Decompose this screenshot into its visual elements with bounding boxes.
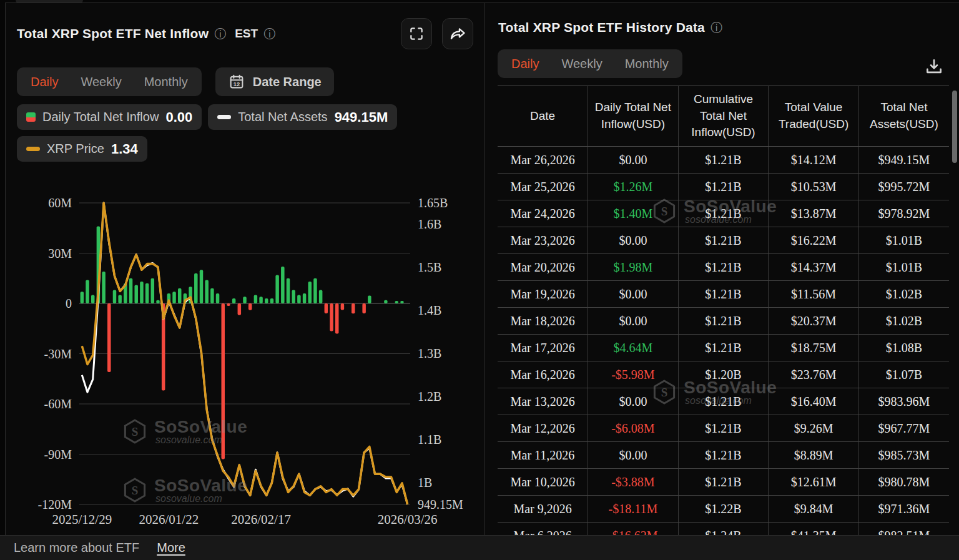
net-assets-cell: $949.15M [858,147,949,174]
history-tab-daily[interactable]: Daily [511,57,539,71]
svg-text:-120M: -120M [38,498,72,511]
legend-net-inflow[interactable]: Daily Total Net Inflow 0.00 [17,104,202,130]
daily-inflow-cell: $1.98M [588,254,679,281]
daily-inflow-cell: $1.40M [588,200,679,227]
history-data-panel: Total XRP Spot ETF History Data ⓘ Daily … [485,3,959,535]
history-table-body: Mar 26,2026$0.00$1.21B$14.12M$949.15MMar… [498,147,949,536]
daily-inflow-cell: -$16.62M [588,523,679,536]
table-row: Mar 11,2026$0.00$1.21B$8.89M$985.73M [498,442,949,469]
net-inflow-bar-icon [26,112,36,122]
xrp-price-line-icon [26,147,40,151]
history-info-icon[interactable]: ⓘ [711,22,722,34]
date-cell: Mar 17,2026 [498,335,588,361]
history-tab-monthly[interactable]: Monthly [625,57,669,71]
daily-inflow-cell: -$3.88M [588,469,679,496]
cumulative-inflow-cell: $1.21B [678,442,769,469]
date-cell: Mar 9,2026 [498,496,588,523]
daily-inflow-cell: -$18.11M [588,496,679,523]
date-cell: Mar 11,2026 [498,442,588,469]
net-inflow-title: Total XRP Spot ETF Net Inflow [17,26,209,41]
history-tab-weekly[interactable]: Weekly [561,57,602,71]
legend-xrp-price[interactable]: XRP Price 1.34 [17,136,147,162]
date-cell: Mar 25,2026 [498,174,588,200]
chart-controls: Daily Weekly Monthly 12 Date Range [17,67,334,96]
svg-text:30M: 30M [48,247,72,260]
cumulative-inflow-cell: $1.21B [678,388,769,415]
chart-legend: Daily Total Net Inflow 0.00 Total Net As… [17,104,469,162]
download-icon [923,56,945,77]
table-row: Mar 26,2026$0.00$1.21B$14.12M$949.15M [498,147,949,174]
date-range-button[interactable]: 12 Date Range [215,67,334,96]
net-inflow-chart[interactable]: 60M30M0-30M-60M-90M-120M1.65B1.6B1.5B1.4… [6,187,485,532]
footer-more-link[interactable]: More [157,541,185,555]
share-icon [449,25,466,42]
net-assets-cell: $971.36M [858,496,949,523]
date-cell: Mar 12,2026 [498,415,588,442]
cumulative-inflow-cell: $1.21B [678,147,769,174]
table-scrollbar-thumb[interactable] [952,91,957,163]
legend-net-assets[interactable]: Total Net Assets 949.15M [208,104,397,130]
daily-inflow-cell: $0.00 [588,442,679,469]
fullscreen-button[interactable] [401,18,432,49]
svg-text:1.1B: 1.1B [418,433,441,446]
history-title: Total XRP Spot ETF History Data [498,20,705,35]
svg-text:1.6B: 1.6B [418,217,441,231]
download-button[interactable] [922,54,947,79]
net-assets-cell: $982.51M [858,523,949,536]
net-assets-cell: $1.01B [858,227,949,254]
tab-daily[interactable]: Daily [31,75,58,89]
history-table-head-row: DateDaily Total Net Inflow(USD)Cumulativ… [498,86,949,147]
share-button[interactable] [442,18,473,49]
table-row: Mar 25,2026$1.26M$1.21B$10.53M$995.72M [498,174,949,200]
cumulative-inflow-cell: $1.21B [678,335,769,361]
net-assets-cell: $978.92M [858,200,949,227]
fullscreen-icon [408,26,425,42]
history-table[interactable]: DateDaily Total Net Inflow(USD)Cumulativ… [498,86,949,535]
cumulative-inflow-cell: $1.21B [678,227,769,254]
history-frequency-tabs: Daily Weekly Monthly [498,49,682,78]
cumulative-inflow-cell: $1.21B [678,415,769,442]
net-assets-cell: $983.96M [858,388,949,415]
timezone-label: EST [235,27,258,41]
timezone-info-icon[interactable]: ⓘ [263,28,275,40]
svg-text:-30M: -30M [44,347,72,361]
net-inflow-panel: Total XRP Spot ETF Net Inflow ⓘ EST ⓘ [6,3,485,535]
svg-text:0: 0 [66,297,72,310]
net-assets-cell: $1.07B [858,361,949,388]
date-cell: Mar 20,2026 [498,254,588,281]
table-row: Mar 6,2026-$16.62M$1.24B$41.35M$982.51M [498,523,949,536]
history-controls: Daily Weekly Monthly [498,49,947,78]
net-assets-cell: $1.02B [858,281,949,308]
date-cell: Mar 6,2026 [498,523,588,536]
svg-text:2026/01/22: 2026/01/22 [139,512,199,527]
tab-weekly[interactable]: Weekly [81,75,121,89]
column-header: Total Value Traded(USD) [769,86,859,147]
net-assets-value: 949.15M [335,109,388,125]
net-assets-cell: $967.77M [858,415,949,442]
column-header: Date [498,86,588,147]
cumulative-inflow-cell: $1.24B [678,523,769,536]
table-row: Mar 17,2026$4.64M$1.21B$18.75M$1.08B [498,335,949,361]
table-row: Mar 19,2026$0.00$1.21B$11.56M$1.02B [498,281,949,308]
value-traded-cell: $11.56M [769,281,859,308]
title-info-icon[interactable]: ⓘ [214,28,226,40]
daily-inflow-cell: $0.00 [588,388,679,415]
date-cell: Mar 23,2026 [498,227,588,254]
cumulative-inflow-cell: $1.21B [678,254,769,281]
tab-monthly[interactable]: Monthly [144,75,188,89]
value-traded-cell: $9.26M [769,415,859,442]
table-row: Mar 23,2026$0.00$1.21B$16.22M$1.01B [498,227,949,254]
value-traded-cell: $9.84M [769,496,859,523]
footer-text: Learn more about ETF [14,541,139,555]
value-traded-cell: $41.35M [769,523,859,536]
frequency-tabs: Daily Weekly Monthly [17,67,202,96]
cumulative-inflow-cell: $1.21B [678,469,769,496]
xrp-price-value: 1.34 [111,141,138,157]
value-traded-cell: $12.61M [769,469,859,496]
svg-text:1.4B: 1.4B [418,303,441,317]
svg-text:1.65B: 1.65B [418,196,448,210]
footer: Learn more about ETF More [0,535,959,560]
value-traded-cell: $16.40M [769,388,859,415]
daily-inflow-cell: -$5.98M [588,361,679,388]
net-inflow-value: 0.00 [165,109,192,125]
